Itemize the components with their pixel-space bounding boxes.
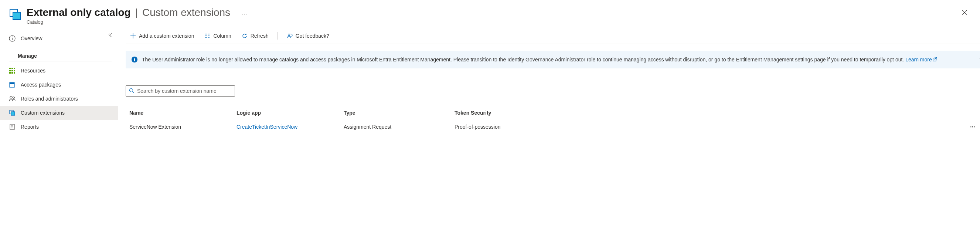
svg-rect-6 — [11, 68, 13, 69]
sidebar-item-overview[interactable]: Overview — [0, 32, 118, 46]
sidebar-item-label: Roles and administrators — [21, 96, 78, 102]
info-icon — [9, 35, 16, 42]
svg-rect-8 — [9, 70, 11, 72]
column-header-logic-app[interactable]: Logic app — [237, 110, 344, 116]
feedback-icon — [287, 33, 293, 39]
toolbar-separator — [277, 32, 278, 40]
learn-more-link[interactable]: Learn more — [905, 57, 937, 62]
columns-icon — [204, 33, 210, 39]
toolbar-label: Refresh — [251, 33, 269, 39]
search-input[interactable] — [137, 88, 232, 94]
row-more-button[interactable]: ⋯ — [965, 124, 980, 130]
header-more-button[interactable]: ⋯ — [233, 10, 256, 18]
refresh-icon — [242, 33, 248, 39]
sidebar-item-reports[interactable]: Reports — [0, 120, 118, 134]
svg-point-16 — [10, 96, 12, 99]
sidebar-section-manage: Manage — [9, 48, 111, 61]
svg-line-36 — [133, 91, 134, 93]
svg-rect-1 — [13, 12, 20, 20]
svg-rect-7 — [14, 68, 15, 69]
svg-point-3 — [12, 37, 13, 37]
svg-point-32 — [134, 58, 135, 59]
table-row[interactable]: ServiceNow Extension CreateTicketInServi… — [126, 119, 980, 134]
info-banner: The User Administrator role is no longer… — [126, 51, 980, 68]
svg-rect-11 — [9, 72, 11, 73]
external-link-icon — [933, 56, 937, 63]
svg-rect-12 — [11, 72, 13, 73]
toolbar-label: Add a custom extension — [139, 33, 194, 39]
sidebar-item-label: Resources — [21, 68, 45, 73]
svg-point-35 — [130, 88, 133, 92]
add-custom-extension-button[interactable]: Add a custom extension — [126, 31, 199, 41]
svg-rect-5 — [9, 68, 11, 69]
sidebar-item-custom-extensions[interactable]: Custom extensions — [0, 106, 118, 120]
sidebar-item-label: Access packages — [21, 82, 61, 88]
grid-icon — [9, 67, 16, 74]
sidebar-item-roles[interactable]: Roles and administrators — [0, 92, 118, 106]
page-title-separator: | — [134, 6, 139, 19]
svg-rect-15 — [10, 83, 14, 84]
cell-name: ServiceNow Extension — [126, 124, 237, 130]
toolbar-label: Got feedback? — [296, 33, 329, 39]
info-icon — [132, 57, 137, 62]
reports-icon — [9, 124, 16, 130]
sidebar-item-label: Overview — [21, 35, 42, 41]
svg-rect-10 — [14, 70, 15, 72]
svg-rect-19 — [11, 112, 15, 115]
sidebar-item-access-packages[interactable]: Access packages — [0, 78, 118, 92]
page-title-main: External only catalog — [27, 6, 131, 19]
feedback-button[interactable]: Got feedback? — [282, 31, 334, 41]
sidebar-item-label: Reports — [21, 124, 39, 130]
catalog-page-icon — [9, 8, 21, 21]
sidebar: Overview Manage Resources Access package… — [0, 28, 118, 138]
table-header-row: Name Logic app Type Token Security — [126, 106, 980, 119]
logic-app-link[interactable]: CreateTicketInServiceNow — [237, 124, 298, 130]
toolbar: Add a custom extension Column Refresh — [126, 28, 980, 44]
extension-icon — [9, 110, 16, 116]
close-button[interactable] — [959, 7, 970, 20]
column-header-name[interactable]: Name — [126, 110, 237, 116]
toolbar-label: Column — [213, 33, 231, 39]
column-header-token-security[interactable]: Token Security — [455, 110, 965, 116]
column-button[interactable]: Column — [200, 31, 235, 41]
search-box[interactable] — [126, 86, 235, 97]
sidebar-collapse-button[interactable] — [109, 32, 114, 38]
svg-rect-33 — [134, 59, 135, 61]
plus-icon — [130, 33, 136, 39]
svg-point-30 — [288, 33, 290, 35]
extensions-table: Name Logic app Type Token Security Servi… — [126, 106, 980, 134]
cell-token-security: Proof-of-possession — [455, 124, 965, 130]
page-subtitle: Catalog — [27, 19, 959, 25]
info-banner-text: The User Administrator role is no longer… — [142, 57, 905, 62]
search-icon — [129, 88, 137, 94]
people-icon — [9, 96, 16, 102]
page-title-sub: Custom extensions — [142, 6, 230, 19]
svg-rect-13 — [14, 72, 15, 73]
package-icon — [9, 81, 16, 88]
svg-rect-9 — [11, 70, 13, 72]
sidebar-item-label: Custom extensions — [21, 110, 65, 116]
column-header-type[interactable]: Type — [344, 110, 455, 116]
cell-type: Assignment Request — [344, 124, 455, 130]
refresh-button[interactable]: Refresh — [237, 31, 273, 41]
sidebar-item-resources[interactable]: Resources — [0, 64, 118, 78]
svg-rect-4 — [12, 38, 12, 40]
svg-point-17 — [13, 97, 14, 99]
